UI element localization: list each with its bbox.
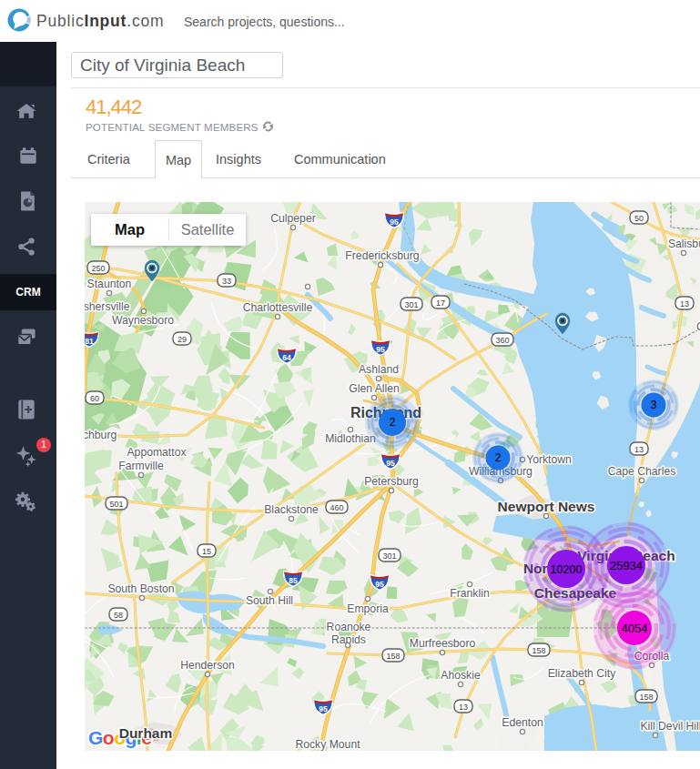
svg-text:Ashland: Ashland xyxy=(359,363,399,376)
svg-text:33: 33 xyxy=(222,277,231,286)
svg-text:50: 50 xyxy=(634,214,644,223)
svg-text:13: 13 xyxy=(634,445,644,454)
svg-text:95: 95 xyxy=(375,580,384,589)
svg-text:Durham: Durham xyxy=(119,725,173,741)
svg-text:15: 15 xyxy=(202,547,211,556)
svg-text:2: 2 xyxy=(495,451,502,464)
svg-text:Culpeper: Culpeper xyxy=(270,212,315,225)
svg-text:Appomattox: Appomattox xyxy=(127,446,186,459)
svg-text:Salisbury: Salisbury xyxy=(668,238,700,250)
svg-text:Yorktown: Yorktown xyxy=(526,453,572,466)
svg-text:Crisfield: Crisfield xyxy=(696,320,700,333)
svg-text:Glen Allen: Glen Allen xyxy=(349,382,400,395)
svg-text:60: 60 xyxy=(90,394,99,403)
svg-text:501: 501 xyxy=(109,500,123,509)
svg-text:Fishersville: Fishersville xyxy=(85,300,130,313)
svg-text:Newport News: Newport News xyxy=(498,499,595,514)
svg-text:85: 85 xyxy=(289,576,298,585)
svg-text:Farmville: Farmville xyxy=(118,460,164,472)
svg-text:13: 13 xyxy=(680,299,689,309)
svg-text:Murfreesboro: Murfreesboro xyxy=(410,637,476,650)
svg-text:Blackstone: Blackstone xyxy=(264,503,319,516)
svg-text:158: 158 xyxy=(386,652,400,661)
svg-text:95: 95 xyxy=(386,459,395,468)
svg-text:10200: 10200 xyxy=(551,563,583,576)
svg-text:Ahoskie: Ahoskie xyxy=(441,669,481,682)
svg-text:Charlottesville: Charlottesville xyxy=(243,301,313,314)
svg-text:Elizabeth City: Elizabeth City xyxy=(548,667,616,680)
svg-text:Franklin: Franklin xyxy=(450,587,489,600)
svg-text:25934: 25934 xyxy=(610,559,643,572)
svg-text:58: 58 xyxy=(114,611,123,620)
svg-text:95: 95 xyxy=(319,704,328,713)
svg-text:South Boston: South Boston xyxy=(107,582,174,595)
svg-text:29: 29 xyxy=(178,335,187,344)
svg-text:South Hill: South Hill xyxy=(246,594,293,607)
svg-text:3: 3 xyxy=(651,399,657,411)
svg-text:64: 64 xyxy=(282,353,291,362)
svg-text:4054: 4054 xyxy=(622,622,648,635)
svg-text:17: 17 xyxy=(436,298,445,308)
svg-text:Emporia: Emporia xyxy=(347,602,389,615)
svg-text:81: 81 xyxy=(85,337,94,346)
svg-text:460: 460 xyxy=(330,503,343,512)
svg-text:Kill Devil Hills: Kill Devil Hills xyxy=(640,720,700,733)
svg-text:Henderson: Henderson xyxy=(180,659,235,672)
svg-text:301: 301 xyxy=(404,300,418,309)
svg-text:13: 13 xyxy=(459,703,468,712)
svg-text:158: 158 xyxy=(532,646,545,655)
svg-text:Edenton: Edenton xyxy=(502,716,543,729)
svg-text:250: 250 xyxy=(91,264,105,273)
svg-text:158: 158 xyxy=(639,693,653,702)
svg-text:360: 360 xyxy=(495,336,509,345)
svg-text:Waynesboro: Waynesboro xyxy=(112,314,174,327)
svg-text:95: 95 xyxy=(376,345,385,354)
svg-text:Staunton: Staunton xyxy=(87,278,132,290)
svg-text:2: 2 xyxy=(390,416,396,429)
svg-text:Roanoke: Roanoke xyxy=(327,621,371,633)
svg-text:Fredericksburg: Fredericksburg xyxy=(345,249,419,262)
svg-text:95: 95 xyxy=(390,218,399,227)
svg-text:Cape Charles: Cape Charles xyxy=(608,465,676,478)
svg-text:Lynchburg: Lynchburg xyxy=(85,429,117,441)
svg-text:301: 301 xyxy=(382,551,396,561)
svg-text:Petersburg: Petersburg xyxy=(364,475,419,488)
svg-text:Rocky Mount: Rocky Mount xyxy=(295,738,360,751)
